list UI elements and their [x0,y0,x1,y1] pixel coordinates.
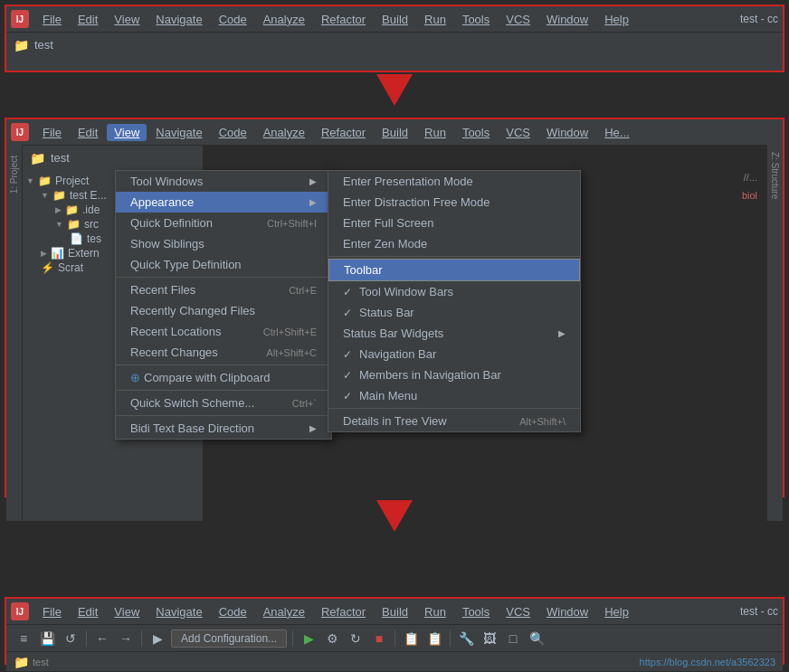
mid-menu-navigate[interactable]: Navigate [148,124,209,141]
bot-menu-vcs[interactable]: VCS [499,603,537,620]
app-details-tree[interactable]: Details in Tree View Alt+Shift+\ [328,411,580,431]
mid-menu-file[interactable]: File [35,124,69,141]
bot-menu-run[interactable]: Run [417,603,453,620]
toolbar-run-btn[interactable]: ▶ [299,629,318,648]
structure-tab-label[interactable]: Z: Structure [770,152,780,199]
arrow-1 [376,74,413,106]
menu-code[interactable]: Code [212,11,254,28]
app-distraction[interactable]: Enter Distraction Free Mode [328,192,580,213]
menu-bidi[interactable]: Bidi Text Base Direction ▶ [116,418,331,439]
menu-refactor[interactable]: Refactor [314,11,373,28]
toolbar-build-btn[interactable]: ≡ [14,629,33,648]
toolbar-sdk-btn[interactable]: 🔧 [456,629,476,648]
mid-menubar: IJ File Edit View Navigate Code Analyze … [6,119,783,145]
menu-window[interactable]: Window [539,11,595,28]
bot-menu-code[interactable]: Code [212,603,254,620]
mid-menu-analyze[interactable]: Analyze [256,124,312,141]
menu-recent-files[interactable]: Recent Files Ctrl+E [116,279,331,300]
mid-menu-he[interactable]: He... [597,124,636,141]
bot-menu-window[interactable]: Window [539,603,595,620]
bot-menu-analyze[interactable]: Analyze [256,603,312,620]
menu-analyze[interactable]: Analyze [256,11,312,28]
app-status-bar[interactable]: ✓Status Bar [328,302,580,323]
toolbar-back-btn[interactable]: ← [92,629,112,648]
bot-window-title: test - cc [740,605,778,618]
mid-menu-build[interactable]: Build [375,124,415,141]
mid-menu-run[interactable]: Run [417,124,453,141]
top-project-bar: 📁 test [6,32,783,57]
bot-menu-refactor[interactable]: Refactor [314,603,373,620]
menu-file[interactable]: File [35,11,69,28]
menu-recent-changes[interactable]: Recent Changes Alt+Shift+C [116,342,331,363]
mid-menu-view[interactable]: View [107,124,147,141]
app-navigation-bar[interactable]: ✓Navigation Bar [328,344,580,364]
menu-help[interactable]: Help [597,11,636,28]
right-sidebar: Z: Structure [766,145,783,521]
menu-tool-windows[interactable]: Tool Windows ▶ [116,171,331,192]
mid-menu-refactor[interactable]: Refactor [314,124,373,141]
menu-navigate[interactable]: Navigate [148,11,209,28]
project-name-top: test [34,38,53,52]
toolbar-sync-btn[interactable]: ↺ [61,629,81,648]
toolbar-layout-btn[interactable]: □ [503,629,523,648]
toolbar-forward-btn[interactable]: → [116,629,136,648]
mid-menu-edit[interactable]: Edit [71,124,105,141]
bot-menu-view[interactable]: View [107,603,147,620]
appearance-dropdown: Enter Presentation Mode Enter Distractio… [328,170,581,432]
app-members-nav[interactable]: ✓Members in Navigation Bar [328,364,580,385]
menu-vcs[interactable]: VCS [499,11,537,28]
menu-quick-type[interactable]: Quick Type Definition [116,254,331,275]
menu-quick-def[interactable]: Quick Definition Ctrl+Shift+I [116,213,331,233]
toolbar-profiler-btn[interactable]: 📋 [401,629,421,648]
code-error: biol [742,190,757,201]
mid-menu-vcs[interactable]: VCS [499,124,537,141]
project-tab-label[interactable]: 1: Project [9,156,19,194]
top-panel: IJ File Edit View Navigate Code Analyze … [5,5,784,72]
mid-menu-window[interactable]: Window [539,124,595,141]
app-status-bar-widgets[interactable]: Status Bar Widgets ▶ [328,323,580,344]
bot-panel: IJ File Edit View Navigate Code Analyze … [5,597,784,665]
menu-quick-switch[interactable]: Quick Switch Scheme... Ctrl+` [116,393,331,413]
bot-menu-edit[interactable]: Edit [71,603,105,620]
toolbar-run-config-btn[interactable]: ▶ [147,629,167,648]
statusbar-url[interactable]: https://blog.csdn.net/a3562323 [640,657,775,667]
app-toolbar[interactable]: Toolbar [328,259,580,281]
menu-show-siblings[interactable]: Show Siblings [116,233,331,254]
bot-menu-file[interactable]: File [35,603,69,620]
menu-edit[interactable]: Edit [71,11,105,28]
mid-content-area: 1: Project 📁 test ▼ 📁 Project ▼ 📁 test E… [6,145,783,521]
toolbar-stop-btn[interactable]: ■ [369,629,389,648]
menu-tools[interactable]: Tools [455,11,497,28]
toolbar-debug-btn[interactable]: ⚙ [322,629,342,648]
menu-appearance[interactable]: Appearance ▶ [116,192,331,213]
code-comment: //... [744,172,757,183]
menu-view[interactable]: View [107,11,147,28]
toolbar-save-btn[interactable]: 💾 [37,629,57,648]
app-tool-window-bars[interactable]: ✓Tool Window Bars [328,281,580,302]
toolbar-structure-btn[interactable]: 🖼 [480,629,499,648]
toolbar-search-btn[interactable]: 🔍 [527,629,547,648]
menu-recent-locations[interactable]: Recent Locations Ctrl+Shift+E [116,321,331,342]
bot-menu-tools[interactable]: Tools [455,603,497,620]
bot-app-logo: IJ [11,602,29,620]
toolbar-git-btn[interactable]: 📋 [424,629,444,648]
toolbar-coverage-btn[interactable]: ↻ [346,629,366,648]
menu-compare-clipboard[interactable]: ⊕ Compare with Clipboard [116,367,331,388]
app-main-menu[interactable]: ✓Main Menu [328,385,580,406]
bot-menu-help[interactable]: Help [597,603,636,620]
app-fullscreen[interactable]: Enter Full Screen [328,213,580,233]
menu-recently-changed[interactable]: Recently Changed Files [116,300,331,321]
mid-menu-code[interactable]: Code [212,124,254,141]
toolbar-sep5 [450,630,451,647]
top-menubar: IJ File Edit View Navigate Code Analyze … [6,6,783,32]
menu-build[interactable]: Build [375,11,415,28]
mid-menu-tools[interactable]: Tools [455,124,497,141]
mid-panel: IJ File Edit View Navigate Code Analyze … [5,118,784,497]
app-presentation[interactable]: Enter Presentation Mode [328,171,580,192]
bot-menu-navigate[interactable]: Navigate [148,603,209,620]
app-zen[interactable]: Enter Zen Mode [328,233,580,254]
bot-menu-build[interactable]: Build [375,603,415,620]
toolbar-sep3 [292,630,293,647]
menu-run[interactable]: Run [417,11,453,28]
add-configuration-button[interactable]: Add Configuration... [171,629,287,648]
